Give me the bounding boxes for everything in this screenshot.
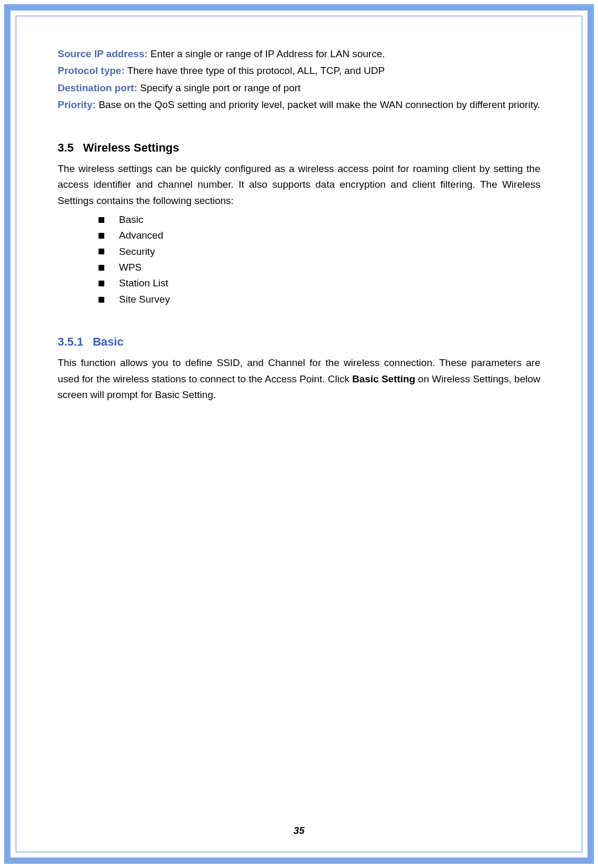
square-bullet-icon xyxy=(99,249,104,254)
def-label-destination-port: Destination port: xyxy=(58,82,137,93)
heading-3-5-1: 3.5.1Basic xyxy=(58,333,540,351)
def-label-source-ip: Source IP address: xyxy=(58,48,148,59)
def-text-destination-port: Specify a single port or range of port xyxy=(137,82,301,93)
def-text-protocol-type: There have three type of this protocol, … xyxy=(125,65,385,76)
square-bullet-icon xyxy=(99,233,104,239)
list-item: WPS xyxy=(99,260,540,275)
definition-priority: Priority: Base on the QoS setting and pr… xyxy=(58,97,540,113)
intro-3-5-1: This function allows you to define SSID,… xyxy=(58,355,540,403)
list-item-label: Security xyxy=(119,244,155,260)
heading-number-3-5: 3.5 xyxy=(58,141,74,154)
def-label-priority: Priority: xyxy=(58,99,96,110)
intro-3-5: The wireless settings can be quickly con… xyxy=(58,161,540,209)
wireless-sections-list: Basic Advanced Security WPS Station List… xyxy=(99,212,540,307)
heading-title-3-5-1: Basic xyxy=(93,335,124,348)
def-text-source-ip: Enter a single or range of IP Address fo… xyxy=(148,48,385,59)
list-item-label: Basic xyxy=(119,212,143,228)
list-item: Basic xyxy=(99,212,540,228)
square-bullet-icon xyxy=(99,281,104,286)
definition-source-ip: Source IP address: Enter a single or ran… xyxy=(58,46,540,62)
heading-3-5: 3.5Wireless Settings xyxy=(58,138,540,157)
list-item: Site Survey xyxy=(99,292,540,307)
definition-destination-port: Destination port: Specify a single port … xyxy=(58,80,540,96)
list-item: Advanced xyxy=(99,228,540,243)
heading-title-3-5: Wireless Settings xyxy=(83,141,179,154)
page-content: Source IP address: Enter a single or ran… xyxy=(58,46,540,403)
square-bullet-icon xyxy=(99,217,104,223)
bold-basic-setting: Basic Setting xyxy=(352,373,415,384)
def-label-protocol-type: Protocol type: xyxy=(58,65,125,76)
heading-number-3-5-1: 3.5.1 xyxy=(58,335,83,348)
list-item: Station List xyxy=(99,275,540,291)
square-bullet-icon xyxy=(99,265,104,271)
definition-protocol-type: Protocol type: There have three type of … xyxy=(58,63,540,79)
square-bullet-icon xyxy=(99,297,104,303)
page-number: 35 xyxy=(0,825,598,837)
list-item-label: WPS xyxy=(119,260,142,275)
list-item-label: Station List xyxy=(119,275,168,291)
list-item-label: Advanced xyxy=(119,228,164,243)
list-item-label: Site Survey xyxy=(119,292,170,307)
list-item: Security xyxy=(99,244,540,260)
def-text-priority: Base on the QoS setting and priority lev… xyxy=(96,99,540,110)
